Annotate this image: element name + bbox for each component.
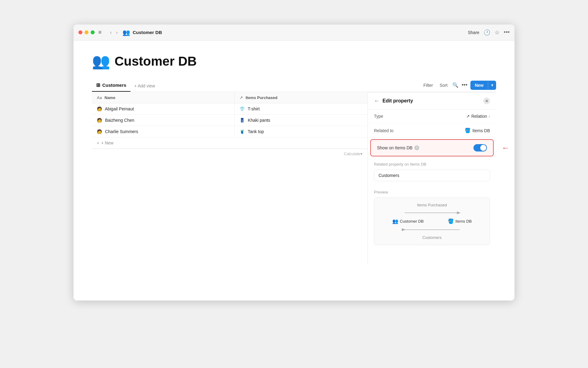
name-col-icon: Aa (97, 95, 102, 100)
page-title-text: Customer DB (115, 54, 197, 69)
preview-arrow-top (379, 210, 485, 216)
person-icon: 🧑 (97, 129, 102, 134)
star-icon[interactable]: ☆ (495, 29, 499, 36)
overflow-menu-icon[interactable]: ••• (462, 82, 467, 88)
new-row-label: + New (101, 140, 113, 145)
preview-customer-db: 👥 Customer DB (392, 218, 424, 224)
table-row: 🧑 Charlie Summers 🩱 Tank top (92, 126, 368, 137)
related-to-label: Related to (374, 128, 465, 133)
toggle-thumb (480, 145, 486, 151)
add-view-button[interactable]: + Add view (130, 81, 159, 91)
preview-dbs: 👥 Customer DB 🪣 Items DB (392, 218, 472, 224)
window-icon: 👥 (123, 29, 130, 36)
menu-button[interactable]: ≡ (98, 29, 102, 36)
related-to-value[interactable]: 🪣 Items DB (465, 128, 490, 133)
type-value-text: Relation (471, 114, 487, 119)
toolbar-actions: Filter Sort 🔍 ••• New ▾ (421, 81, 496, 91)
name-value: Abigail Pernaut (105, 106, 134, 111)
preview-section: Preview Items Purchased (368, 186, 496, 249)
item-value: Khaki pants (248, 118, 270, 123)
related-prop-input[interactable] (374, 170, 490, 181)
name-col-label: Name (104, 95, 115, 100)
traffic-lights (78, 30, 95, 34)
related-to-row: Related to 🪣 Items DB (368, 123, 496, 138)
type-label: Type (374, 114, 466, 119)
filter-button[interactable]: Filter (421, 82, 435, 89)
person-icon: 🧑 (97, 106, 102, 111)
item-cell: 👕 T-shirt (235, 103, 368, 115)
table-icon: ⊞ (96, 82, 100, 88)
more-icon[interactable]: ••• (504, 29, 510, 36)
table-row: 🧑 Baizheng Chen 👖 Khaki pants (92, 115, 368, 126)
calculate-chevron-icon: ▾ (360, 151, 363, 156)
nav-buttons: ‹ › (109, 29, 119, 36)
name-column-header[interactable]: Aa Name (92, 92, 235, 103)
window-title: 👥 Customer DB (123, 29, 162, 36)
type-chevron-icon: › (488, 114, 490, 119)
show-on-toggle[interactable] (473, 144, 487, 151)
show-on-label-text: Show on Items DB (377, 145, 413, 150)
show-on-label: Show on Items DB ? (377, 145, 473, 150)
item-icon-1: 👖 (239, 118, 245, 123)
item-value: T-shirt (248, 106, 260, 111)
items-db-icon: 🪣 (465, 128, 471, 133)
titlebar-actions: Share 🕐 ☆ ••• (468, 29, 510, 36)
share-button[interactable]: Share (468, 30, 479, 35)
data-table: Aa Name ↗ Items Purchased 🧑 (92, 92, 368, 137)
items-column-header[interactable]: ↗ Items Purchased (235, 92, 368, 103)
customers-tab-label: Customers (102, 82, 126, 88)
minimize-button[interactable] (85, 30, 89, 34)
content-area: 👥 Customer DB ⊞ Customers + Add view Fil… (74, 40, 514, 301)
edit-property-panel: ← Edit property ✕ Type ↗ Relation › Rela… (368, 92, 496, 264)
preview-arrow-bottom (379, 227, 485, 233)
window-title-text: Customer DB (133, 30, 162, 35)
items-col-icon: ↗ (239, 95, 243, 100)
calculate-button[interactable]: Calculate ▾ (92, 149, 368, 159)
new-button-label: New (470, 81, 488, 90)
panel-back-button[interactable]: ← (374, 98, 379, 104)
back-button[interactable]: ‹ (109, 29, 113, 36)
close-button[interactable] (78, 30, 82, 34)
new-button-arrow[interactable]: ▾ (488, 81, 496, 90)
view-toolbar: ⊞ Customers + Add view Filter Sort 🔍 •••… (92, 80, 496, 92)
maximize-button[interactable] (91, 30, 95, 34)
item-cell: 👖 Khaki pants (235, 115, 368, 126)
new-row-icon: + (97, 140, 99, 145)
item-icon-0: 👕 (239, 106, 245, 111)
related-to-value-text: Items DB (472, 128, 490, 133)
name-cell: 🧑 Baizheng Chen (92, 115, 235, 126)
table-row: 🧑 Abigail Pernaut 👕 T-shirt (92, 103, 368, 115)
preview-customer-label: Customer DB (400, 219, 424, 224)
name-value: Charlie Summers (105, 129, 138, 134)
calculate-label: Calculate (344, 151, 360, 156)
add-view-label: + Add view (134, 83, 155, 88)
person-icon: 🧑 (97, 118, 102, 123)
customers-tab[interactable]: ⊞ Customers (92, 80, 130, 92)
type-row: Type ↗ Relation › (368, 109, 496, 123)
preview-items-label: Items DB (455, 219, 472, 224)
item-cell: 🩱 Tank top (235, 126, 368, 137)
page-title: 👥 Customer DB (92, 53, 496, 70)
preview-box: Items Purchased (374, 197, 490, 245)
forward-button[interactable]: › (115, 29, 119, 36)
preview-label: Preview (374, 190, 490, 194)
titlebar: ≡ ‹ › 👥 Customer DB Share 🕐 ☆ ••• (74, 25, 514, 40)
sort-button[interactable]: Sort (438, 82, 450, 89)
name-cell: 🧑 Abigail Pernaut (92, 103, 235, 115)
panel-header: ← Edit property ✕ (368, 93, 496, 109)
panel-close-button[interactable]: ✕ (483, 98, 490, 104)
panel-title: Edit property (383, 98, 480, 104)
related-prop-label: Related property on Items DB (374, 162, 490, 167)
page-icon: 👥 (92, 53, 110, 70)
search-icon[interactable]: 🔍 (452, 82, 458, 88)
new-button[interactable]: New ▾ (470, 81, 496, 90)
red-arrow-indicator: ← (502, 143, 510, 153)
history-icon[interactable]: 🕐 (484, 29, 490, 36)
main-area: Aa Name ↗ Items Purchased 🧑 (92, 92, 496, 264)
item-value: Tank top (248, 129, 264, 134)
type-value[interactable]: ↗ Relation › (466, 114, 490, 119)
new-row-button[interactable]: + + New (92, 137, 368, 149)
help-icon[interactable]: ? (414, 145, 419, 150)
related-property-section: Related property on Items DB (368, 158, 496, 186)
preview-customers-label: Customers (422, 235, 442, 240)
